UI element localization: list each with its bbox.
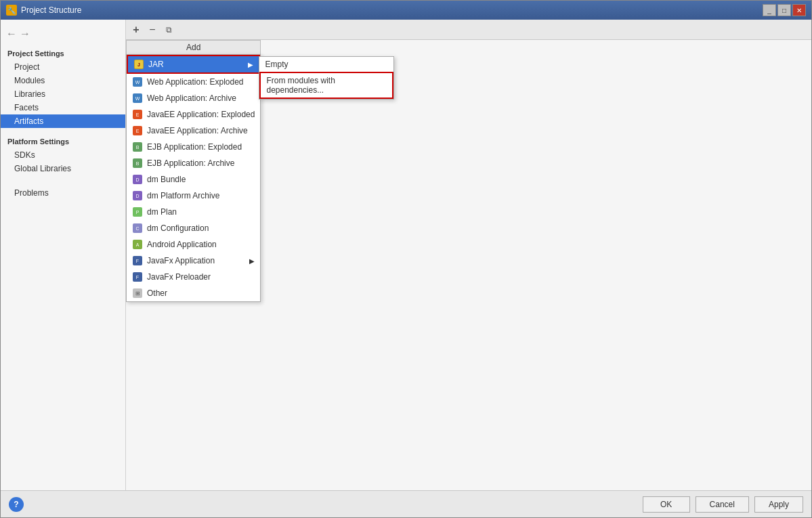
help-button[interactable]: ? <box>9 497 24 512</box>
dropdown-item-dm-configuration[interactable]: C dm Configuration <box>127 220 260 236</box>
apply-button[interactable]: Apply <box>754 496 803 513</box>
sidebar-item-project[interactable]: Project <box>1 60 125 74</box>
dropdown-item-javafx-preloader[interactable]: F JavaFx Preloader <box>127 269 260 285</box>
dm-bundle-icon: D <box>132 174 143 185</box>
submenu-item-empty[interactable]: Empty <box>259 57 393 72</box>
dm-platform-archive-icon: D <box>132 190 143 201</box>
sidebar-item-facets[interactable]: Facets <box>1 101 125 114</box>
other-icon: ⊞ <box>132 288 143 299</box>
window-title: Project Structure <box>21 5 81 15</box>
jar-submenu: Empty From modules with dependencies... <box>259 56 394 100</box>
sidebar-item-sdks[interactable]: SDKs <box>1 148 125 162</box>
ejb-archive-icon: B <box>132 158 143 169</box>
web-exploded-icon: W <box>132 77 143 87</box>
maximize-button[interactable]: □ <box>777 4 791 16</box>
title-bar-left: 🔧 Project Structure <box>6 5 81 16</box>
javafx-preloader-icon: F <box>132 272 143 282</box>
jar-submenu-arrow: ▶ <box>248 61 253 68</box>
footer-buttons: OK Cancel Apply <box>643 496 803 513</box>
dropdown-item-javaee-archive[interactable]: E JavaEE Application: Archive <box>127 123 260 139</box>
dropdown-item-ejb-exploded[interactable]: B EJB Application: Exploded <box>127 139 260 155</box>
dropdown-item-ejb-archive[interactable]: B EJB Application: Archive <box>127 155 260 171</box>
footer: ? OK Cancel Apply <box>1 490 811 517</box>
app-icon: 🔧 <box>6 5 17 16</box>
javaee-archive-icon: E <box>132 125 143 136</box>
dropdown-item-dm-plan[interactable]: P dm Plan <box>127 204 260 220</box>
sidebar-item-libraries[interactable]: Libraries <box>1 87 125 101</box>
sidebar-item-global-libraries[interactable]: Global Libraries <box>1 162 125 175</box>
dropdown-item-web-archive[interactable]: W Web Application: Archive <box>127 90 260 106</box>
title-buttons: _ □ ✕ <box>763 4 806 16</box>
javafx-app-icon: F <box>132 255 143 266</box>
android-icon: A <box>132 239 143 250</box>
dropdown-area: Add J JAR ▶ Empty <box>126 40 261 302</box>
add-toolbar-copy-button[interactable]: ⧉ <box>161 22 176 37</box>
sidebar-item-artifacts[interactable]: Artifacts <box>1 114 125 128</box>
forward-button[interactable]: → <box>20 28 30 40</box>
add-toolbar-add-button[interactable]: + <box>129 22 144 37</box>
sidebar-item-modules[interactable]: Modules <box>1 74 125 87</box>
dropdown-item-web-exploded[interactable]: W Web Application: Exploded <box>127 74 260 90</box>
sidebar: ← → Project Settings Project Modules Lib… <box>1 20 126 490</box>
dm-configuration-icon: C <box>132 223 143 234</box>
dm-plan-icon: P <box>132 207 143 217</box>
dropdown-item-dm-bundle[interactable]: D dm Bundle <box>127 171 260 188</box>
dropdown-item-dm-platform-archive[interactable]: D dm Platform Archive <box>127 188 260 204</box>
dropdown-item-javaee-exploded[interactable]: E JavaEE Application: Exploded <box>127 106 260 123</box>
web-archive-icon: W <box>132 93 143 104</box>
ok-button[interactable]: OK <box>643 496 690 513</box>
javaee-exploded-icon: E <box>132 109 143 120</box>
project-settings-title: Project Settings <box>1 45 125 60</box>
dropdown-item-javafx-application[interactable]: F JavaFx Application ▶ <box>127 253 260 269</box>
main-content: ← → Project Settings Project Modules Lib… <box>1 20 811 490</box>
jar-icon: J <box>133 59 144 70</box>
add-toolbar-remove-button[interactable]: − <box>145 22 160 37</box>
add-menu-header: Add <box>126 40 261 54</box>
dropdown-item-android-application[interactable]: A Android Application <box>127 236 260 253</box>
project-structure-window: 🔧 Project Structure _ □ ✕ ← → Project Se… <box>0 0 812 518</box>
ejb-exploded-icon: B <box>132 142 143 152</box>
add-toolbar: + − ⧉ <box>126 20 811 40</box>
cancel-button[interactable]: Cancel <box>696 496 749 513</box>
dropdown-item-other[interactable]: ⊞ Other <box>127 285 260 301</box>
back-button[interactable]: ← <box>6 28 17 40</box>
artifact-type-dropdown: J JAR ▶ Empty From modules with dependen… <box>126 54 261 302</box>
javafx-submenu-arrow: ▶ <box>249 257 255 265</box>
dropdown-item-jar[interactable]: J JAR ▶ Empty From modules with dependen… <box>127 55 260 74</box>
content-area: + − ⧉ Add J JAR ▶ <box>126 20 811 490</box>
title-bar: 🔧 Project Structure _ □ ✕ <box>1 1 811 20</box>
minimize-button[interactable]: _ <box>763 4 776 16</box>
close-button[interactable]: ✕ <box>792 4 806 16</box>
sidebar-item-problems[interactable]: Problems <box>1 186 125 200</box>
submenu-item-from-modules[interactable]: From modules with dependencies... <box>259 72 393 99</box>
platform-settings-title: Platform Settings <box>1 133 125 148</box>
